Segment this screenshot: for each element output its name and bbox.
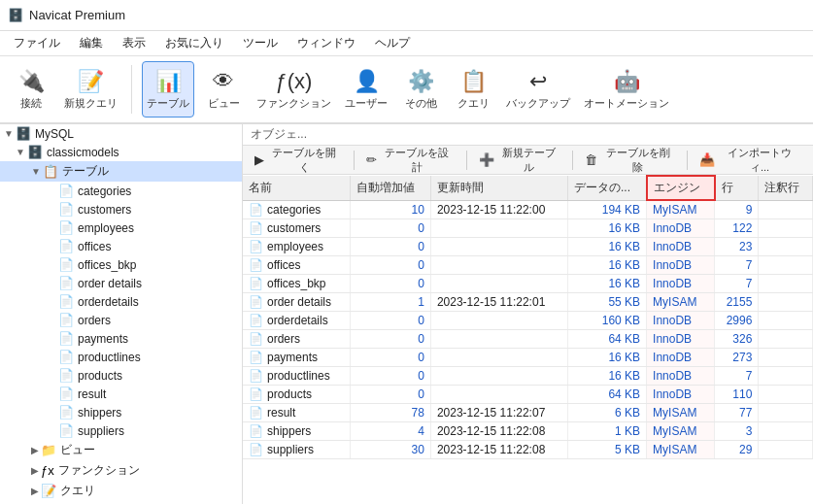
menu-item-ツール[interactable]: ツール <box>233 33 288 53</box>
categories-node[interactable]: 📄categories <box>0 182 242 200</box>
connect-button[interactable]: 🔌接続 <box>8 61 54 118</box>
mysql-node-label: MySQL <box>35 127 74 141</box>
menu-item-ウィンドウ[interactable]: ウィンドウ <box>288 33 365 53</box>
obj-sep-1 <box>466 151 467 170</box>
import-button[interactable]: 📥インポートウィ... <box>692 143 809 178</box>
cell-3-2 <box>430 256 567 275</box>
automation-button[interactable]: 🤖オートメーション <box>580 61 673 118</box>
mysql-node-icon: 🗄️ <box>16 126 31 141</box>
cell-0-3: 194 KB <box>567 200 646 219</box>
menu-item-編集[interactable]: 編集 <box>70 33 113 53</box>
menu-item-お気に入り[interactable]: お気に入り <box>155 33 233 53</box>
cell-7-3: 64 KB <box>567 330 646 349</box>
new-table-icon: ➕ <box>479 152 494 167</box>
cell-9-6 <box>759 367 813 386</box>
table-row[interactable]: 📄customers016 KBInnoDB122 <box>243 219 813 238</box>
menu-item-ファイル[interactable]: ファイル <box>4 33 70 53</box>
menu-item-表示[interactable]: 表示 <box>113 33 155 53</box>
object-toolbar: ▶テーブルを開く✏テーブルを設計➕新規テーブル🗑テーブルを削除📥インポートウィ.… <box>243 146 813 175</box>
col-header-1[interactable]: 自動増加値 <box>351 176 431 200</box>
table-row[interactable]: 📄result782023-12-15 11:22:076 KBMyISAM77 <box>243 404 813 422</box>
order-details-node[interactable]: 📄order details <box>0 274 242 292</box>
backup-label: バックアップ <box>506 96 570 111</box>
table-row[interactable]: 📄orderdetails0160 KBInnoDB2996 <box>243 312 813 330</box>
mysql-node[interactable]: ▼🗄️MySQL <box>0 124 242 143</box>
delete-table-button[interactable]: 🗑テーブルを削除 <box>577 143 683 178</box>
function-node[interactable]: ▶ƒxファンクション <box>0 460 242 481</box>
table-row[interactable]: 📄order details12023-12-15 11:22:0155 KBM… <box>243 293 813 312</box>
table-row[interactable]: 📄shippers42023-12-15 11:22:081 KBMyISAM3 <box>243 422 813 441</box>
design-table-icon: ✏ <box>366 152 377 167</box>
col-header-6[interactable]: 注釈行 <box>759 176 813 200</box>
suppliers-node[interactable]: 📄suppliers <box>0 421 242 440</box>
view-label: ビュー <box>208 96 240 111</box>
cell-12-1: 4 <box>351 422 431 441</box>
table-container[interactable]: 名前自動増加値更新時間データの...エンジン行注釈行 📄categories10… <box>243 175 813 504</box>
offices-bkp-node[interactable]: 📄offices_bkp <box>0 255 242 274</box>
user-icon: 👤 <box>354 69 380 94</box>
shippers-node[interactable]: 📄shippers <box>0 403 242 421</box>
classicmodels-node[interactable]: ▼🗄️classicmodels <box>0 143 242 161</box>
customers-node[interactable]: 📄customers <box>0 200 242 218</box>
table-node-label: テーブル <box>62 163 109 180</box>
other-button[interactable]: ⚙️その他 <box>397 61 444 118</box>
table-row[interactable]: 📄employees016 KBInnoDB23 <box>243 238 813 256</box>
col-header-5[interactable]: 行 <box>715 176 759 200</box>
payments-node-icon: 📄 <box>58 331 74 346</box>
view-button[interactable]: 👁ビュー <box>200 61 247 118</box>
table-row[interactable]: 📄offices_bkp016 KBInnoDB7 <box>243 275 813 293</box>
cell-3-1: 0 <box>351 256 431 275</box>
table-row-icon: 📄 <box>249 258 263 272</box>
orderdetails-node[interactable]: 📄orderdetails <box>0 292 242 311</box>
payments-node-label: payments <box>78 332 128 346</box>
col-header-3[interactable]: データの... <box>567 176 646 200</box>
table-row[interactable]: 📄products064 KBInnoDB110 <box>243 386 813 404</box>
table-row-icon: 📄 <box>249 387 263 401</box>
cell-11-0: 📄result <box>243 404 351 422</box>
table-row[interactable]: 📄orders064 KBInnoDB326 <box>243 330 813 349</box>
employees-node[interactable]: 📄employees <box>0 218 242 237</box>
cell-9-4: InnoDB <box>647 367 715 386</box>
cell-0-0: 📄categories <box>243 200 351 219</box>
table-row[interactable]: 📄suppliers302023-12-15 11:22:085 KBMyISA… <box>243 441 813 459</box>
cell-8-1: 0 <box>351 349 431 367</box>
orders-node[interactable]: 📄orders <box>0 311 242 329</box>
col-header-0[interactable]: 名前 <box>243 176 351 200</box>
table-button[interactable]: 📊テーブル <box>142 61 194 118</box>
col-header-2[interactable]: 更新時間 <box>430 176 567 200</box>
other-label: その他 <box>405 96 437 111</box>
query-node-icon: 📝 <box>41 484 56 498</box>
table-row-icon: 📄 <box>249 406 263 420</box>
toolbar: 🔌接続📝新規クエリ📊テーブル👁ビューƒ(x)ファンクション👤ユーザー⚙️その他📋… <box>0 56 813 124</box>
query-button[interactable]: 📋クエリ <box>450 61 496 118</box>
products-node[interactable]: 📄products <box>0 366 242 385</box>
new-query-button[interactable]: 📝新規クエリ <box>60 61 121 118</box>
cell-2-4: InnoDB <box>647 238 715 256</box>
table-node[interactable]: ▼📋テーブル <box>0 161 242 182</box>
new-table-button[interactable]: ➕新規テーブル <box>471 143 569 178</box>
orderdetails-node-icon: 📄 <box>58 294 74 309</box>
menu-item-ヘルプ[interactable]: ヘルプ <box>365 33 420 53</box>
user-button[interactable]: 👤ユーザー <box>341 61 391 118</box>
table-row[interactable]: 📄payments016 KBInnoDB273 <box>243 349 813 367</box>
table-row[interactable]: 📄categories102023-12-15 11:22:00194 KBMy… <box>243 200 813 219</box>
function-button[interactable]: ƒ(x)ファンクション <box>253 61 335 118</box>
table-row[interactable]: 📄offices016 KBInnoDB7 <box>243 256 813 275</box>
payments-node[interactable]: 📄payments <box>0 329 242 348</box>
offices-node[interactable]: 📄offices <box>0 237 242 255</box>
main-layout: ▼🗄️MySQL▼🗄️classicmodels▼📋テーブル📄categorie… <box>0 124 813 504</box>
cell-11-2: 2023-12-15 11:22:07 <box>430 404 567 422</box>
view-node[interactable]: ▶📁ビュー <box>0 440 242 460</box>
design-table-button[interactable]: ✏テーブルを設計 <box>358 143 462 178</box>
col-header-4[interactable]: エンジン <box>647 176 715 200</box>
table-row[interactable]: 📄productlines016 KBInnoDB7 <box>243 367 813 386</box>
open-table-button[interactable]: ▶テーブルを開く <box>247 143 350 178</box>
productlines-node[interactable]: 📄productlines <box>0 348 242 366</box>
cell-7-2 <box>430 330 567 349</box>
cell-6-0: 📄orderdetails <box>243 312 351 330</box>
query-node[interactable]: ▶📝クエリ <box>0 481 242 501</box>
result-node[interactable]: 📄result <box>0 385 242 403</box>
backup-button[interactable]: ↩バックアップ <box>502 61 574 118</box>
connect-label: 接続 <box>20 96 42 111</box>
query-node-label: クエリ <box>60 483 95 499</box>
